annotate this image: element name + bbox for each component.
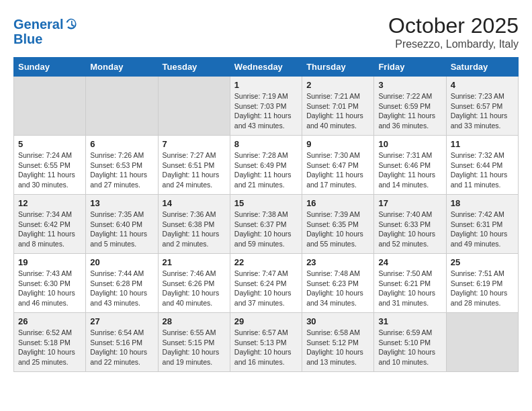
day-number: 7 [163, 139, 226, 149]
weekday-header: Thursday [302, 58, 374, 77]
day-info: Sunrise: 7:26 AM Sunset: 6:53 PM Dayligh… [90, 150, 153, 190]
calendar-cell: 15Sunrise: 7:38 AM Sunset: 6:37 PM Dayli… [230, 195, 302, 254]
calendar-cell: 10Sunrise: 7:31 AM Sunset: 6:46 PM Dayli… [374, 136, 446, 195]
calendar-cell: 4Sunrise: 7:23 AM Sunset: 6:57 PM Daylig… [446, 77, 518, 136]
title-block: October 2025 Presezzo, Lombardy, Italy [388, 13, 519, 50]
day-number: 21 [163, 257, 226, 267]
day-info: Sunrise: 7:36 AM Sunset: 6:38 PM Dayligh… [163, 210, 226, 249]
calendar-week-row: 1Sunrise: 7:19 AM Sunset: 7:03 PM Daylig… [14, 77, 519, 136]
day-info: Sunrise: 7:27 AM Sunset: 6:51 PM Dayligh… [163, 150, 226, 190]
day-number: 6 [90, 139, 153, 149]
day-info: Sunrise: 7:31 AM Sunset: 6:46 PM Dayligh… [378, 150, 441, 190]
calendar-week-row: 26Sunrise: 6:52 AM Sunset: 5:18 PM Dayli… [14, 313, 519, 372]
logo-text2: Blue [13, 32, 42, 46]
calendar-week-row: 19Sunrise: 7:43 AM Sunset: 6:30 PM Dayli… [14, 254, 519, 313]
calendar-cell [158, 77, 230, 136]
calendar-cell: 5Sunrise: 7:24 AM Sunset: 6:55 PM Daylig… [14, 136, 86, 195]
calendar-cell: 20Sunrise: 7:44 AM Sunset: 6:28 PM Dayli… [86, 254, 158, 313]
day-number: 30 [306, 316, 369, 326]
day-info: Sunrise: 7:51 AM Sunset: 6:19 PM Dayligh… [451, 269, 514, 308]
day-number: 20 [90, 257, 153, 267]
day-info: Sunrise: 6:52 AM Sunset: 5:18 PM Dayligh… [18, 328, 81, 367]
logo-icon [64, 17, 78, 31]
day-number: 19 [18, 257, 81, 267]
calendar-cell: 18Sunrise: 7:42 AM Sunset: 6:31 PM Dayli… [446, 195, 518, 254]
day-info: Sunrise: 7:48 AM Sunset: 6:23 PM Dayligh… [306, 269, 369, 308]
calendar-cell [86, 77, 158, 136]
calendar-cell: 11Sunrise: 7:32 AM Sunset: 6:44 PM Dayli… [446, 136, 518, 195]
weekday-header: Wednesday [230, 58, 302, 77]
calendar-cell: 2Sunrise: 7:21 AM Sunset: 7:01 PM Daylig… [302, 77, 374, 136]
calendar-cell: 8Sunrise: 7:28 AM Sunset: 6:49 PM Daylig… [230, 136, 302, 195]
day-info: Sunrise: 7:39 AM Sunset: 6:35 PM Dayligh… [306, 210, 369, 249]
day-info: Sunrise: 6:59 AM Sunset: 5:10 PM Dayligh… [378, 328, 441, 367]
calendar-cell [14, 77, 86, 136]
calendar-table: SundayMondayTuesdayWednesdayThursdayFrid… [13, 57, 519, 372]
day-number: 14 [163, 198, 226, 208]
day-number: 31 [378, 316, 441, 326]
day-number: 8 [234, 139, 298, 149]
day-info: Sunrise: 7:35 AM Sunset: 6:40 PM Dayligh… [90, 210, 153, 249]
day-info: Sunrise: 7:42 AM Sunset: 6:31 PM Dayligh… [451, 210, 514, 249]
calendar-cell: 9Sunrise: 7:30 AM Sunset: 6:47 PM Daylig… [302, 136, 374, 195]
day-info: Sunrise: 7:32 AM Sunset: 6:44 PM Dayligh… [451, 150, 514, 190]
calendar-cell: 23Sunrise: 7:48 AM Sunset: 6:23 PM Dayli… [302, 254, 374, 313]
day-number: 13 [90, 198, 153, 208]
day-number: 3 [378, 80, 441, 90]
calendar-cell: 6Sunrise: 7:26 AM Sunset: 6:53 PM Daylig… [86, 136, 158, 195]
day-info: Sunrise: 7:40 AM Sunset: 6:33 PM Dayligh… [378, 210, 441, 249]
day-info: Sunrise: 7:22 AM Sunset: 6:59 PM Dayligh… [378, 91, 441, 131]
day-info: Sunrise: 7:28 AM Sunset: 6:49 PM Dayligh… [234, 150, 298, 190]
calendar-week-row: 12Sunrise: 7:34 AM Sunset: 6:42 PM Dayli… [14, 195, 519, 254]
day-number: 25 [451, 257, 514, 267]
day-number: 28 [163, 316, 226, 326]
calendar-cell: 14Sunrise: 7:36 AM Sunset: 6:38 PM Dayli… [158, 195, 230, 254]
day-info: Sunrise: 7:50 AM Sunset: 6:21 PM Dayligh… [378, 269, 441, 308]
day-info: Sunrise: 7:23 AM Sunset: 6:57 PM Dayligh… [451, 91, 514, 131]
day-number: 12 [18, 198, 81, 208]
day-number: 9 [306, 139, 369, 149]
day-info: Sunrise: 7:47 AM Sunset: 6:24 PM Dayligh… [234, 269, 298, 308]
day-number: 29 [234, 316, 298, 326]
day-number: 16 [306, 198, 369, 208]
day-number: 1 [234, 80, 298, 90]
day-number: 15 [234, 198, 298, 208]
weekday-header: Tuesday [158, 58, 230, 77]
logo: General Blue [13, 13, 78, 46]
day-number: 24 [378, 257, 441, 267]
calendar-cell: 24Sunrise: 7:50 AM Sunset: 6:21 PM Dayli… [374, 254, 446, 313]
location: Presezzo, Lombardy, Italy [388, 38, 519, 50]
day-number: 11 [451, 139, 514, 149]
day-info: Sunrise: 7:21 AM Sunset: 7:01 PM Dayligh… [306, 91, 369, 131]
day-number: 5 [18, 139, 81, 149]
calendar-cell: 13Sunrise: 7:35 AM Sunset: 6:40 PM Dayli… [86, 195, 158, 254]
calendar-cell: 3Sunrise: 7:22 AM Sunset: 6:59 PM Daylig… [374, 77, 446, 136]
day-info: Sunrise: 7:46 AM Sunset: 6:26 PM Dayligh… [163, 269, 226, 308]
calendar-cell: 19Sunrise: 7:43 AM Sunset: 6:30 PM Dayli… [14, 254, 86, 313]
day-info: Sunrise: 6:54 AM Sunset: 5:16 PM Dayligh… [90, 328, 153, 367]
calendar-cell: 27Sunrise: 6:54 AM Sunset: 5:16 PM Dayli… [86, 313, 158, 372]
day-number: 17 [378, 198, 441, 208]
day-number: 27 [90, 316, 153, 326]
day-info: Sunrise: 6:55 AM Sunset: 5:15 PM Dayligh… [163, 328, 226, 367]
calendar-cell: 17Sunrise: 7:40 AM Sunset: 6:33 PM Dayli… [374, 195, 446, 254]
calendar-week-row: 5Sunrise: 7:24 AM Sunset: 6:55 PM Daylig… [14, 136, 519, 195]
calendar-cell [446, 313, 518, 372]
calendar-cell: 28Sunrise: 6:55 AM Sunset: 5:15 PM Dayli… [158, 313, 230, 372]
calendar-cell: 1Sunrise: 7:19 AM Sunset: 7:03 PM Daylig… [230, 77, 302, 136]
day-info: Sunrise: 7:44 AM Sunset: 6:28 PM Dayligh… [90, 269, 153, 308]
day-number: 22 [234, 257, 298, 267]
calendar-cell: 16Sunrise: 7:39 AM Sunset: 6:35 PM Dayli… [302, 195, 374, 254]
weekday-header: Sunday [14, 58, 86, 77]
calendar-cell: 26Sunrise: 6:52 AM Sunset: 5:18 PM Dayli… [14, 313, 86, 372]
day-info: Sunrise: 7:43 AM Sunset: 6:30 PM Dayligh… [18, 269, 81, 308]
day-info: Sunrise: 7:38 AM Sunset: 6:37 PM Dayligh… [234, 210, 298, 249]
day-number: 26 [18, 316, 81, 326]
calendar-cell: 29Sunrise: 6:57 AM Sunset: 5:13 PM Dayli… [230, 313, 302, 372]
day-info: Sunrise: 7:34 AM Sunset: 6:42 PM Dayligh… [18, 210, 81, 249]
day-number: 23 [306, 257, 369, 267]
calendar-cell: 7Sunrise: 7:27 AM Sunset: 6:51 PM Daylig… [158, 136, 230, 195]
calendar-cell: 30Sunrise: 6:58 AM Sunset: 5:12 PM Dayli… [302, 313, 374, 372]
page-header: General Blue October 2025 Presezzo, Lomb… [13, 13, 519, 50]
calendar-cell: 31Sunrise: 6:59 AM Sunset: 5:10 PM Dayli… [374, 313, 446, 372]
